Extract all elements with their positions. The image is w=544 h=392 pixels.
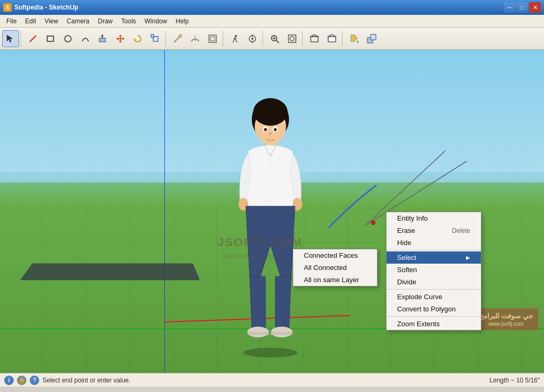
toolbar-separator-1 <box>21 31 23 47</box>
submenu-all-connected[interactable]: All Connected <box>293 262 377 274</box>
arc-tool-button[interactable] <box>77 30 94 47</box>
menu-file[interactable]: File <box>2 16 21 26</box>
svg-point-42 <box>271 327 293 337</box>
toolbar-separator-6 <box>342 31 344 47</box>
menu-view[interactable]: View <box>40 16 63 26</box>
components-button[interactable] <box>363 30 380 47</box>
canvas-watermark-sub: www.softpedia.com <box>223 251 287 260</box>
canvas-watermark-main: JSOFTJ.COM <box>217 236 303 249</box>
app-icon: S <box>3 3 12 12</box>
watermark-badge: جي سوفت للبرامج www.jsoftj.com <box>473 308 539 330</box>
ctx-separator-1 <box>387 250 481 250</box>
statusbar: i 🔒 ? Select end point or enter value. L… <box>0 373 544 387</box>
svg-point-34 <box>243 347 297 358</box>
context-menu: Entity Info Erase Delete Hide Select ▶ S… <box>386 212 481 330</box>
svg-point-37 <box>253 98 288 126</box>
svg-point-13 <box>179 34 182 38</box>
pushpull-tool-button[interactable] <box>94 30 111 47</box>
wireframe-button[interactable] <box>306 30 323 47</box>
canvas-area[interactable]: JSOFTJ.COM www.softpedia.com Connected F… <box>0 50 544 373</box>
toolbar-separator-3 <box>223 31 225 47</box>
close-button[interactable]: ✕ <box>529 2 541 13</box>
svg-marker-29 <box>311 34 318 37</box>
watermark-url: www.jsoftj.com <box>479 321 533 327</box>
ctx-select[interactable]: Select ▶ <box>387 251 481 264</box>
toolbar-separator-2 <box>165 31 168 47</box>
ctx-hide[interactable]: Hide <box>387 237 481 249</box>
titlebar: S Softpedia - SketchUp ─ □ ✕ <box>0 0 544 15</box>
submenu-connected-faces[interactable]: Connected Faces <box>293 249 377 262</box>
menu-edit[interactable]: Edit <box>21 16 40 26</box>
svg-marker-7 <box>101 34 104 36</box>
svg-rect-3 <box>47 36 54 41</box>
menu-window[interactable]: Window <box>141 16 172 26</box>
zoom-extents-button[interactable] <box>284 30 301 47</box>
toolbar-separator-4 <box>262 31 265 47</box>
submenu-all-same-layer[interactable]: All on same Layer <box>293 274 377 286</box>
titlebar-left: S Softpedia - SketchUp <box>3 3 78 12</box>
ctx-convert-polygon[interactable]: Convert to Polygon <box>387 303 481 315</box>
ctx-zoom-extents[interactable]: Zoom Extents <box>387 318 481 330</box>
ctx-soften[interactable]: Soften <box>387 264 481 276</box>
watermark-arabic: جي سوفت للبرامج <box>479 312 533 320</box>
svg-rect-26 <box>288 35 296 42</box>
scale-tool-button[interactable] <box>147 30 164 47</box>
pencil-tool-button[interactable] <box>24 30 41 47</box>
menu-tools[interactable]: Tools <box>117 16 141 26</box>
svg-rect-15 <box>209 35 216 42</box>
menu-camera[interactable]: Camera <box>63 16 94 26</box>
rectangle-tool-button[interactable] <box>42 30 59 47</box>
look-tool-button[interactable] <box>244 30 261 47</box>
ctx-separator-3 <box>387 316 481 317</box>
menu-draw[interactable]: Draw <box>94 16 117 26</box>
window-title: Softpedia - SketchUp <box>14 4 78 11</box>
svg-point-41 <box>247 327 269 337</box>
status-message: Select end point or enter value. <box>42 377 130 384</box>
maximize-button[interactable]: □ <box>516 2 528 13</box>
svg-marker-8 <box>116 34 125 43</box>
titlebar-controls: ─ □ ✕ <box>504 2 541 13</box>
minimize-button[interactable]: ─ <box>504 2 515 13</box>
move-tool-button[interactable] <box>112 30 129 47</box>
svg-rect-11 <box>151 34 154 37</box>
blue-axis-line <box>164 50 165 373</box>
zoom-tool-button[interactable] <box>266 30 283 47</box>
toolbar <box>0 28 544 50</box>
tape-tool-button[interactable] <box>169 30 186 47</box>
svg-marker-0 <box>7 35 13 42</box>
circle-tool-button[interactable] <box>59 30 76 47</box>
svg-marker-9 <box>134 38 136 41</box>
svg-rect-5 <box>99 38 106 42</box>
toolbar-separator-5 <box>302 31 304 47</box>
protractor-tool-button[interactable] <box>187 30 204 47</box>
hidden-line-button[interactable] <box>323 30 340 47</box>
selected-point <box>371 221 375 225</box>
svg-rect-30 <box>328 37 336 42</box>
walk-tool-button[interactable] <box>226 30 243 47</box>
svg-point-4 <box>65 36 71 42</box>
rotate-tool-button[interactable] <box>129 30 146 47</box>
svg-point-27 <box>290 37 294 41</box>
svg-point-19 <box>251 38 253 40</box>
ctx-explode-curve[interactable]: Explode Curve <box>387 291 481 303</box>
statusbar-left: i 🔒 ? Select end point or enter value. <box>4 376 130 385</box>
status-question-icon[interactable]: ? <box>30 376 39 385</box>
ctx-divide[interactable]: Divide <box>387 276 481 288</box>
select-submenu: Connected Faces All Connected All on sam… <box>293 249 378 286</box>
status-info-icon[interactable]: i <box>4 376 14 385</box>
status-length: Length ~ 10 5/16" <box>489 377 540 384</box>
svg-rect-33 <box>371 34 376 40</box>
select-tool-button[interactable] <box>2 30 19 47</box>
svg-line-23 <box>276 40 279 43</box>
menubar: File Edit View Camera Draw Tools Window … <box>0 15 544 28</box>
ctx-separator-2 <box>387 289 481 290</box>
status-lock-icon[interactable]: 🔒 <box>17 376 27 385</box>
ctx-entity-info[interactable]: Entity Info <box>387 212 481 224</box>
menu-help[interactable]: Help <box>171 16 193 26</box>
svg-rect-28 <box>311 37 318 42</box>
svg-point-17 <box>235 35 237 37</box>
ctx-erase[interactable]: Erase Delete <box>387 224 481 237</box>
svg-rect-16 <box>210 37 215 41</box>
paint-bucket-button[interactable] <box>346 30 363 47</box>
offset-tool-button[interactable] <box>204 30 221 47</box>
